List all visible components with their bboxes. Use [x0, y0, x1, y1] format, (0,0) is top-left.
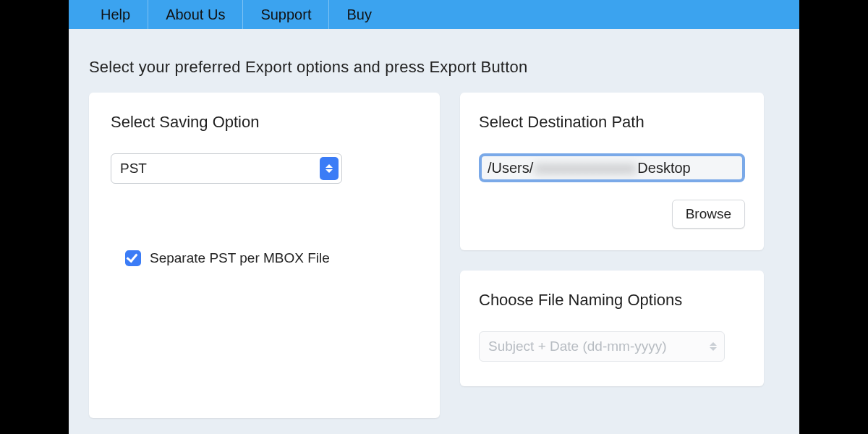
content-area: Select your preferred Export options and…	[69, 29, 799, 434]
browse-button[interactable]: Browse	[672, 200, 745, 229]
file-naming-card: Choose File Naming Options Subject + Dat…	[460, 271, 764, 386]
file-naming-select: Subject + Date (dd-mm-yyyy)	[479, 331, 725, 362]
destination-path-input[interactable]: /Users/xxxxxxxxxxxxxxDesktop	[479, 153, 745, 182]
toolbar-item-about-us[interactable]: About Us	[148, 0, 243, 29]
destination-title: Select Destination Path	[479, 113, 745, 132]
app-window: Help About Us Support Buy Select your pr…	[69, 0, 799, 434]
separate-pst-option[interactable]: Separate PST per MBOX File	[125, 250, 418, 266]
saving-format-value: PST	[120, 161, 147, 176]
saving-format-select[interactable]: PST	[111, 153, 342, 184]
file-naming-value: Subject + Date (dd-mm-yyyy)	[488, 339, 667, 354]
options-grid: Select Saving Option PST Separate PST pe…	[89, 93, 779, 418]
path-suffix: Desktop	[637, 160, 690, 176]
path-prefix: /Users/	[488, 160, 533, 176]
path-redacted: xxxxxxxxxxxxxx	[533, 160, 637, 176]
toolbar-item-help[interactable]: Help	[83, 0, 148, 29]
toolbar-item-support[interactable]: Support	[243, 0, 329, 29]
saving-option-card: Select Saving Option PST Separate PST pe…	[89, 93, 440, 418]
checkbox-icon	[125, 250, 141, 266]
saving-option-title: Select Saving Option	[111, 113, 418, 132]
up-down-icon	[320, 157, 339, 180]
toolbar: Help About Us Support Buy	[69, 0, 799, 29]
destination-path-card: Select Destination Path /Users/xxxxxxxxx…	[460, 93, 764, 250]
up-down-icon	[710, 332, 717, 361]
file-naming-title: Choose File Naming Options	[479, 291, 745, 310]
toolbar-item-buy[interactable]: Buy	[329, 0, 388, 29]
instructions-text: Select your preferred Export options and…	[89, 58, 779, 77]
separate-pst-label: Separate PST per MBOX File	[150, 250, 330, 266]
